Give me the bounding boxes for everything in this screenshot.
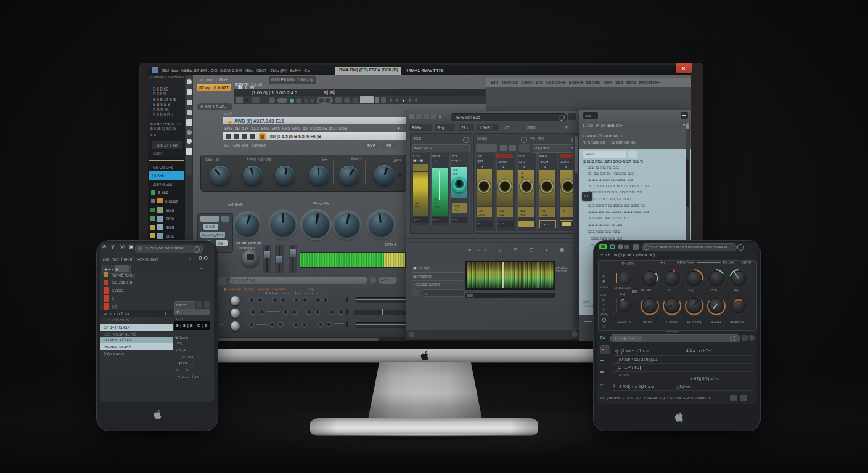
svg-text:B4TבB2: B4TבB2	[641, 289, 652, 292]
svg-text:(44T4ו) T4+4+: (44T4ו) T4+4+	[677, 261, 695, 264]
svg-text:◎: ◎	[602, 274, 605, 278]
svg-text:4+4/4+: 4+4/4+	[711, 320, 721, 324]
svg-text:▣: ▣	[602, 279, 605, 283]
svg-text:T+41 ב4Tב): T+41 ב4Tב)	[615, 320, 632, 324]
svg-text:4T+ 1(4+: 4T+ 1(4+	[723, 261, 734, 264]
svg-text:◎: ◎	[602, 297, 605, 301]
svg-text:בב3 44Tב): בב3 44Tב)	[687, 320, 702, 324]
svg-text:◎: ◎	[602, 307, 605, 311]
svg-text:(44+: (44+	[660, 261, 666, 264]
svg-text:4P4+(4T0: 4P4+(4T0	[621, 262, 634, 265]
svg-text:בFב): בFב)	[688, 289, 694, 292]
svg-text:44F(T: 44F(T	[734, 289, 741, 292]
svg-text:(4+4): (4+4)	[600, 293, 607, 296]
svg-text:G4' 44ב4ב 4T0: G4' 44ב4ב 4T0	[614, 286, 631, 289]
svg-text:ב4) 04T+0: ב4) 04T+0	[730, 320, 744, 324]
svg-text:בובב): בובב)	[710, 289, 717, 292]
svg-text:○: ○	[613, 312, 615, 315]
svg-text:(T0): (T0)	[620, 293, 626, 296]
svg-text:(44T.44: (44T.44	[742, 261, 752, 264]
svg-text:(4T4+0: (4T4+0	[600, 285, 609, 288]
svg-text:B4C: B4C	[632, 289, 638, 293]
svg-text:64: 64	[634, 295, 637, 298]
svg-text:בבT: בבT	[667, 289, 672, 292]
svg-text:4T04(): 4T04()	[600, 313, 608, 316]
svg-text:1/48 /4ב): 1/48 /4ב)	[641, 320, 653, 324]
svg-text:0/1 4/ב4): 0/1 4/ב4)	[665, 320, 677, 324]
svg-text:T44: T44	[601, 303, 606, 306]
